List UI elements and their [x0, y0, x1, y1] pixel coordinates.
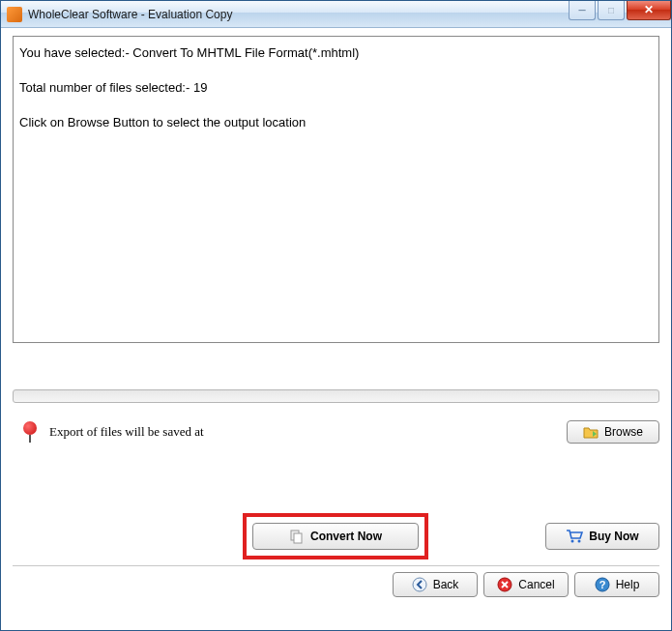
- footer-bar: Back Cancel ? Help: [13, 565, 659, 597]
- location-pin-icon: [20, 421, 40, 443]
- action-row: Convert Now Buy Now: [13, 513, 659, 559]
- copy-icon: [289, 529, 305, 544]
- browse-label: Browse: [604, 425, 643, 439]
- info-line-format: You have selected:- Convert To MHTML Fil…: [19, 44, 653, 62]
- convert-now-button[interactable]: Convert Now: [252, 523, 419, 550]
- cancel-icon: [497, 577, 512, 592]
- buy-label: Buy Now: [589, 530, 638, 543]
- cart-icon: [566, 529, 583, 544]
- export-row: Export of files will be saved at Browse: [13, 420, 659, 444]
- app-window: WholeClear Software - Evaluation Copy ─ …: [0, 0, 672, 631]
- folder-icon: [583, 425, 599, 439]
- maximize-button[interactable]: □: [598, 1, 625, 20]
- back-button[interactable]: Back: [393, 572, 478, 597]
- svg-point-3: [578, 540, 581, 543]
- back-label: Back: [433, 578, 459, 591]
- convert-highlight: Convert Now: [243, 513, 428, 559]
- help-label: Help: [616, 578, 640, 591]
- titlebar: WholeClear Software - Evaluation Copy ─ …: [1, 1, 671, 28]
- svg-rect-1: [294, 533, 302, 543]
- app-icon: [7, 7, 22, 22]
- help-icon: ?: [595, 577, 610, 592]
- back-arrow-icon: [412, 577, 427, 592]
- window-title: WholeClear Software - Evaluation Copy: [28, 8, 567, 21]
- cancel-label: Cancel: [518, 578, 554, 591]
- help-button[interactable]: ? Help: [574, 572, 659, 597]
- buy-now-button[interactable]: Buy Now: [545, 523, 659, 550]
- info-line-instruction: Click on Browse Button to select the out…: [19, 114, 653, 131]
- svg-text:?: ?: [599, 579, 605, 590]
- info-line-count: Total number of files selected:- 19: [19, 79, 653, 97]
- minimize-button[interactable]: ─: [569, 1, 596, 20]
- svg-point-2: [571, 540, 574, 543]
- cancel-button[interactable]: Cancel: [483, 572, 569, 597]
- browse-button[interactable]: Browse: [567, 420, 659, 444]
- convert-label: Convert Now: [310, 530, 382, 543]
- content-area: You have selected:- Convert To MHTML Fil…: [1, 28, 671, 605]
- svg-point-4: [413, 578, 426, 591]
- export-label: Export of files will be saved at: [49, 424, 567, 440]
- window-controls: ─ □ ✕: [567, 1, 671, 20]
- progress-bar: [13, 389, 659, 403]
- close-button[interactable]: ✕: [627, 1, 671, 20]
- info-panel: You have selected:- Convert To MHTML Fil…: [13, 36, 659, 343]
